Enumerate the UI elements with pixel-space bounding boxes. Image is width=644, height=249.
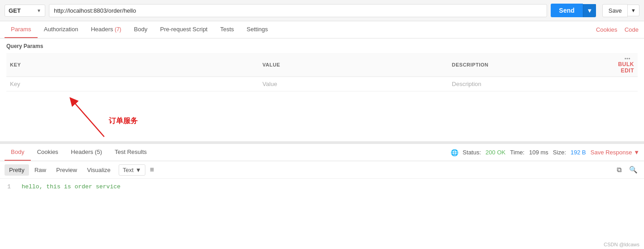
query-params-title: Query Params [6, 43, 638, 49]
req-tabs-right-links: Cookies Code [595, 22, 639, 38]
method-select[interactable]: GET ▼ [5, 5, 45, 17]
time-value: 109 ms [529, 149, 548, 156]
method-label: GET [9, 7, 21, 14]
resp-tab-headers[interactable]: Headers (5) [65, 144, 109, 161]
footer-text: CSDN @ldcaws [604, 242, 639, 247]
params-area: Query Params KEY VALUE DESCRIPTION ••• B… [0, 38, 644, 96]
actions-cell [606, 77, 638, 91]
response-body-subtabs: Pretty Raw Preview Visualize Text ▼ ≡ ⧉ … [0, 161, 644, 179]
tab-tests[interactable]: Tests [214, 21, 240, 38]
tab-body[interactable]: Body [128, 21, 154, 38]
text-format-chevron-icon: ▼ [135, 167, 141, 173]
response-area: Body Cookies Headers (5) Test Results 🌐 … [0, 144, 644, 195]
resp-tab-cookies[interactable]: Cookies [31, 144, 65, 161]
bulk-edit-button[interactable]: Bulk Edit [618, 61, 634, 74]
footer: CSDN @ldcaws [599, 240, 644, 249]
code-link[interactable]: Code [624, 22, 639, 38]
tab-pre-request-script[interactable]: Pre-request Script [154, 21, 214, 38]
col-key: KEY [6, 53, 259, 77]
response-body-actions: ⧉ 🔍 [615, 164, 639, 176]
subtab-raw[interactable]: Raw [30, 164, 51, 176]
col-actions: ••• Bulk Edit [606, 53, 638, 77]
wrap-icon[interactable]: ≡ [150, 166, 154, 174]
col-description: DESCRIPTION [448, 53, 606, 77]
annotation-label: 订单服务 [109, 116, 138, 126]
col-value: VALUE [259, 53, 448, 77]
subtab-pretty[interactable]: Pretty [5, 164, 29, 176]
resp-tab-test-results[interactable]: Test Results [108, 144, 153, 161]
save-button[interactable]: Save [602, 4, 628, 17]
response-text: hello, this is order service [22, 183, 120, 190]
cookies-link[interactable]: Cookies [595, 22, 618, 38]
status-value: 200 OK [485, 149, 505, 156]
method-chevron-icon: ▼ [37, 8, 41, 13]
copy-icon[interactable]: ⧉ [615, 164, 624, 176]
request-tabs: Params Authorization Headers (7) Body Pr… [0, 21, 644, 38]
url-input[interactable] [49, 4, 547, 17]
tab-settings[interactable]: Settings [240, 21, 274, 38]
save-button-group: Save ▼ [602, 4, 639, 17]
globe-icon: 🌐 [451, 149, 458, 156]
save-response-button[interactable]: Save Response ▼ [591, 149, 639, 156]
search-icon[interactable]: 🔍 [627, 164, 639, 176]
send-dropdown-button[interactable]: ▼ [583, 4, 596, 17]
description-cell[interactable]: Description [448, 77, 606, 91]
text-format-dropdown[interactable]: Text ▼ [119, 164, 145, 176]
tab-authorization[interactable]: Authorization [38, 21, 85, 38]
line-number: 1 [7, 183, 11, 190]
value-cell[interactable]: Value [259, 77, 448, 91]
response-content: 1 hello, this is order service [0, 179, 644, 195]
send-button-group: Send ▼ [551, 4, 596, 17]
more-options-icon[interactable]: ••• [625, 56, 630, 61]
response-tabs: Body Cookies Headers (5) Test Results 🌐 … [0, 144, 644, 161]
svg-line-0 [72, 101, 104, 137]
tab-headers[interactable]: Headers (7) [85, 21, 128, 38]
time-label: Time: [510, 149, 524, 156]
params-table: KEY VALUE DESCRIPTION ••• Bulk Edit Key … [6, 53, 638, 91]
resp-tab-body[interactable]: Body [5, 144, 31, 161]
subtab-visualize[interactable]: Visualize [82, 164, 115, 176]
table-row: Key Value Description [6, 77, 638, 91]
size-value: 192 B [571, 149, 586, 156]
key-cell[interactable]: Key [6, 77, 259, 91]
size-label: Size: [553, 149, 566, 156]
annotation-area: 订单服务 [0, 96, 644, 141]
response-meta: 🌐 Status: 200 OK Time: 109 ms Size: 192 … [451, 149, 639, 156]
save-dropdown-button[interactable]: ▼ [628, 5, 639, 16]
send-button[interactable]: Send [551, 4, 582, 17]
request-bar: GET ▼ Send ▼ Save ▼ [0, 0, 644, 21]
subtab-preview[interactable]: Preview [52, 164, 82, 176]
status-label: Status: [463, 149, 481, 156]
tab-params[interactable]: Params [5, 21, 38, 38]
